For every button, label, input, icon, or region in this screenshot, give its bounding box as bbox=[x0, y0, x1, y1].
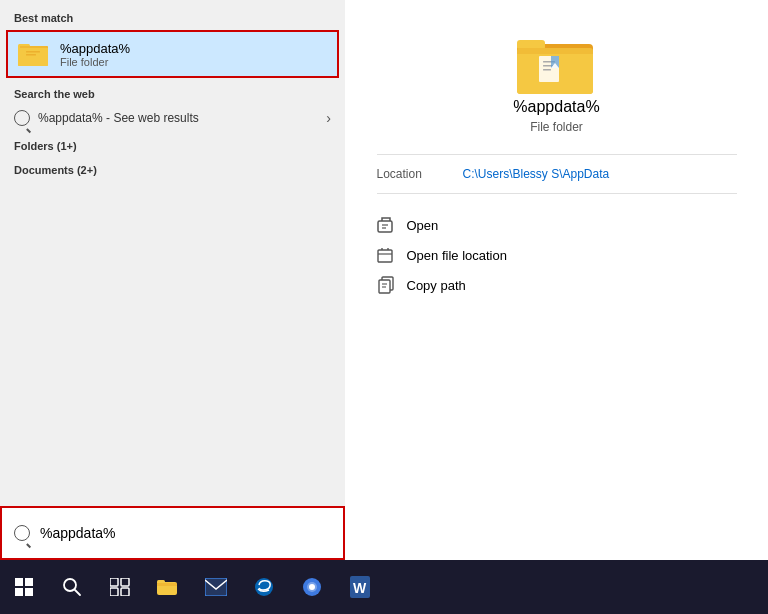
svg-rect-5 bbox=[26, 51, 40, 53]
open-label: Open bbox=[407, 218, 439, 233]
svg-rect-14 bbox=[543, 69, 551, 71]
divider-2 bbox=[377, 193, 737, 194]
search-web-label: Search the web bbox=[0, 78, 345, 104]
search-icon bbox=[14, 110, 30, 126]
search-bar-container bbox=[0, 506, 345, 560]
copy-path-action[interactable]: Copy path bbox=[377, 270, 737, 300]
folder-icon-small bbox=[18, 40, 50, 68]
file-explorer-button[interactable] bbox=[144, 560, 192, 614]
svg-rect-31 bbox=[121, 578, 129, 586]
svg-rect-4 bbox=[20, 46, 48, 48]
search-panel: Best match %appdata% File folder Search … bbox=[0, 0, 345, 560]
mail-button[interactable] bbox=[192, 560, 240, 614]
svg-line-29 bbox=[75, 590, 80, 595]
svg-rect-30 bbox=[110, 578, 118, 586]
folders-label: Folders (1+) bbox=[0, 132, 345, 156]
svg-text:W: W bbox=[353, 580, 367, 596]
word-icon: W bbox=[350, 576, 370, 598]
search-web-text: %appdata% - See web results bbox=[38, 111, 318, 125]
mail-icon bbox=[205, 578, 227, 596]
copy-path-icon bbox=[377, 276, 395, 294]
svg-rect-36 bbox=[157, 583, 177, 586]
task-view-icon bbox=[110, 578, 130, 596]
svg-rect-38 bbox=[205, 578, 227, 596]
svg-rect-10 bbox=[517, 48, 593, 54]
best-match-label: Best match bbox=[0, 0, 345, 30]
chevron-right-icon: › bbox=[326, 110, 331, 126]
divider-1 bbox=[377, 154, 737, 155]
taskbar-search-icon bbox=[62, 577, 82, 597]
edge-icon bbox=[254, 577, 274, 597]
svg-rect-32 bbox=[110, 588, 118, 596]
open-file-location-action[interactable]: Open file location bbox=[377, 240, 737, 270]
open-action[interactable]: Open bbox=[377, 210, 737, 240]
svg-rect-17 bbox=[378, 221, 392, 232]
copy-path-label: Copy path bbox=[407, 278, 466, 293]
taskbar: W bbox=[0, 560, 768, 614]
open-file-location-label: Open file location bbox=[407, 248, 507, 263]
location-label: Location bbox=[377, 167, 447, 181]
chrome-button[interactable] bbox=[288, 560, 336, 614]
edge-button[interactable] bbox=[240, 560, 288, 614]
search-input[interactable] bbox=[40, 525, 331, 541]
open-file-location-icon bbox=[377, 246, 395, 264]
chrome-icon bbox=[302, 577, 322, 597]
svg-rect-33 bbox=[121, 588, 129, 596]
svg-rect-2 bbox=[18, 48, 48, 66]
detail-name: %appdata% bbox=[513, 98, 599, 116]
best-match-text: %appdata% File folder bbox=[60, 41, 130, 68]
search-web-item[interactable]: %appdata% - See web results › bbox=[0, 104, 345, 132]
word-button[interactable]: W bbox=[336, 560, 384, 614]
location-link[interactable]: C:\Users\Blessy S\AppData bbox=[463, 167, 610, 181]
detail-type: File folder bbox=[530, 120, 583, 134]
documents-label: Documents (2+) bbox=[0, 156, 345, 180]
detail-panel: %appdata% File folder Location C:\Users\… bbox=[345, 0, 768, 560]
best-match-item[interactable]: %appdata% File folder bbox=[6, 30, 339, 78]
taskbar-search-button[interactable] bbox=[48, 560, 96, 614]
svg-point-28 bbox=[64, 579, 76, 591]
folder-icon-large bbox=[517, 30, 597, 98]
best-match-type: File folder bbox=[60, 56, 130, 68]
svg-rect-6 bbox=[26, 54, 36, 56]
best-match-name: %appdata% bbox=[60, 41, 130, 56]
start-button[interactable] bbox=[0, 560, 48, 614]
location-row: Location C:\Users\Blessy S\AppData bbox=[377, 167, 737, 181]
open-icon bbox=[377, 216, 395, 234]
svg-point-42 bbox=[309, 584, 315, 590]
search-bar-icon bbox=[14, 525, 30, 541]
svg-rect-20 bbox=[378, 250, 392, 262]
file-explorer-icon bbox=[157, 577, 179, 597]
windows-logo-icon bbox=[15, 578, 33, 596]
task-view-button[interactable] bbox=[96, 560, 144, 614]
